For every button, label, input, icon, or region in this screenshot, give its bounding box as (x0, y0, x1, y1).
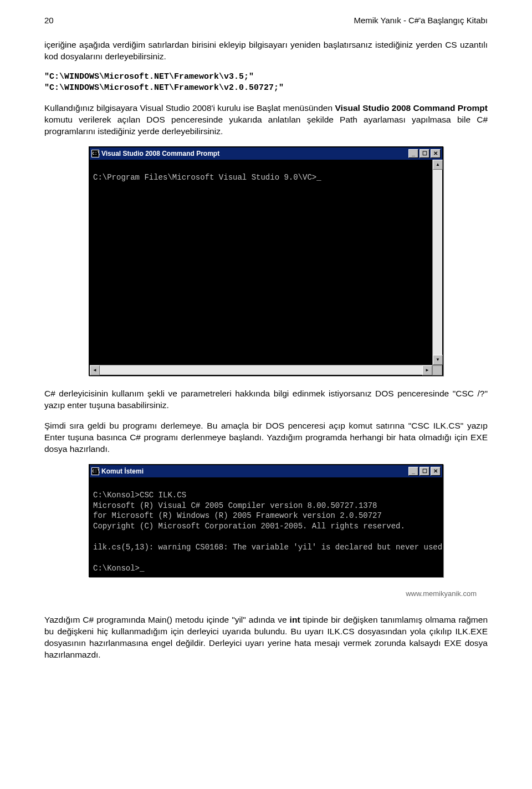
title-bar: c:\ Komut İstemi _ ☐ ✕ (90, 465, 442, 477)
terminal-window-komut: c:\ Komut İstemi _ ☐ ✕ C:\Konsol>CSC ILK… (89, 464, 443, 577)
paragraph-5: Yazdığım C# programında Main() metodu iç… (44, 614, 488, 661)
terminal-body-wrap: C:\Program Files\Microsoft Visual Studio… (90, 160, 432, 365)
paragraph-3: C# derleyicisinin kullanım şekli ve para… (44, 388, 488, 411)
scroll-up-icon[interactable]: ▲ (433, 160, 443, 170)
horizontal-scrollbar[interactable]: ◄ ► (90, 365, 442, 375)
paragraph-4: Şimdi sıra geldi bu programı derlemeye. … (44, 420, 488, 455)
terminal-output: C:\Konsol>CSC ILK.CS Microsoft (R) Visua… (90, 477, 442, 576)
title-bar-left: c:\ Visual Studio 2008 Command Prompt (91, 150, 219, 157)
paragraph-5a: Yazdığım C# programında Main() metodu iç… (44, 615, 290, 624)
paragraph-2b-bold: Visual Studio 2008 Command Prompt (335, 103, 488, 113)
page-title: Memik Yanık - C#'a Başlangıç Kitabı (354, 16, 488, 25)
title-bar: c:\ Visual Studio 2008 Command Prompt _ … (90, 147, 442, 160)
terminal-output: C:\Program Files\Microsoft Visual Studio… (90, 160, 432, 365)
page-number: 20 (44, 16, 54, 25)
scroll-track-h[interactable] (100, 365, 422, 375)
terminal-icon: c:\ (91, 467, 99, 475)
paragraph-5b-bold: int (290, 615, 300, 624)
page-header: 20 Memik Yanık - C#'a Başlangıç Kitabı (44, 16, 488, 25)
terminal-window-vs2008: c:\ Visual Studio 2008 Command Prompt _ … (89, 146, 443, 376)
terminal-content-area: C:\Program Files\Microsoft Visual Studio… (90, 160, 442, 365)
terminal-icon: c:\ (91, 150, 99, 157)
paragraph-2c: komutu verilerek açılan DOS penceresinde… (44, 115, 488, 136)
window-title: Komut İstemi (101, 467, 144, 475)
scrollbar-corner (432, 365, 442, 375)
watermark: www.memikyanik.com (44, 589, 488, 598)
paragraph-1: içeriğine aşağıda verdiğim satırlardan b… (44, 39, 488, 63)
minimize-button[interactable]: _ (408, 149, 418, 158)
code-block-paths: "C:\WINDOWS\Microsoft.NET\Framework\v3.5… (44, 72, 488, 94)
scroll-track[interactable] (433, 170, 442, 355)
close-button[interactable]: ✕ (431, 149, 441, 158)
minimize-button[interactable]: _ (408, 467, 418, 476)
vertical-scrollbar[interactable]: ▲ ▼ (432, 160, 442, 365)
window-controls: _ ☐ ✕ (408, 149, 441, 158)
window-controls: _ ☐ ✕ (408, 467, 441, 476)
title-bar-left: c:\ Komut İstemi (91, 467, 144, 475)
paragraph-2a: Kullandığınız bilgisayara Visual Studio … (44, 103, 335, 113)
close-button[interactable]: ✕ (431, 467, 441, 476)
window-title: Visual Studio 2008 Command Prompt (101, 150, 219, 157)
maximize-button[interactable]: ☐ (420, 149, 429, 158)
scroll-right-icon[interactable]: ► (422, 365, 432, 375)
scroll-down-icon[interactable]: ▼ (433, 355, 443, 365)
paragraph-2: Kullandığınız bilgisayara Visual Studio … (44, 103, 488, 138)
maximize-button[interactable]: ☐ (420, 467, 429, 476)
scroll-left-icon[interactable]: ◄ (90, 365, 100, 375)
